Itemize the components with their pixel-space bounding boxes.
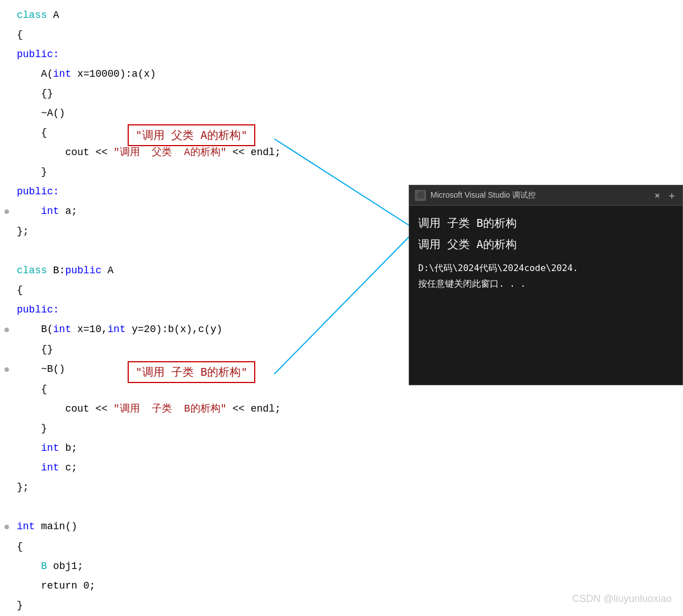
code-content-16: public:	[17, 300, 397, 320]
breakpoint-dot-27	[4, 525, 9, 529]
code-content-14: class B:public A	[17, 261, 397, 281]
code-line-1: class A	[0, 6, 403, 25]
code-line-22: }	[0, 419, 403, 438]
terminal-body: 调用 子类 B的析构 调用 父类 A的析构 D:\代码\2024代码\2024c…	[409, 206, 682, 385]
code-line-21: cout << "调用 子类 B的析构" << endl;	[0, 399, 403, 419]
code-content-15: {	[17, 281, 397, 300]
breakpoint-dot-19	[4, 367, 9, 372]
code-line-17: B(int x=10,int y=20):b(x),c(y)	[0, 320, 403, 340]
terminal-output-1: 调用 子类 B的析构	[418, 212, 673, 234]
code-line-4: A(int x=10000):a(x)	[0, 64, 403, 84]
code-content-18: {}	[17, 340, 397, 360]
code-content-12: };	[17, 222, 397, 241]
code-content-5: {}	[17, 84, 397, 104]
code-content-21: cout << "调用 子类 B的析构" << endl;	[17, 399, 397, 419]
code-content-24: int c;	[17, 458, 397, 478]
annotation-label-parent: "调用 父类 A的析构"	[135, 128, 247, 142]
code-content-3: public:	[17, 45, 397, 64]
annotation-box-parent: "调用 父类 A的析构"	[128, 124, 255, 146]
code-content-29: B obj1;	[17, 557, 397, 576]
terminal-title: Microsoft Visual Studio 调试控	[431, 190, 654, 200]
code-content-23: int b;	[17, 438, 397, 458]
code-content-4: A(int x=10000):a(x)	[17, 64, 397, 84]
code-content-6: ~A()	[17, 104, 397, 123]
code-line-29: B obj1;	[0, 557, 403, 576]
code-line-13	[0, 241, 403, 261]
gutter-27	[0, 517, 11, 537]
code-line-26	[0, 497, 403, 517]
code-line-11: int a;	[0, 202, 403, 222]
watermark: CSDN @liuyunluoxiao	[572, 593, 672, 605]
code-line-18: {}	[0, 340, 403, 360]
code-content-30: return 0;	[17, 576, 397, 596]
code-line-6: ~A()	[0, 104, 403, 123]
terminal-titlebar: ⬛ Microsoft Visual Studio 调试控 ✕ ＋	[409, 185, 682, 206]
terminal-close-button[interactable]: ✕	[654, 190, 660, 201]
breakpoint-dot-17	[4, 328, 9, 332]
code-line-27: int main()	[0, 517, 403, 537]
terminal-path: D:\代码\2024代码\2024code\2024.	[418, 260, 673, 276]
code-line-9: }	[0, 162, 403, 182]
code-content-22: }	[17, 419, 397, 438]
code-line-24: int c;	[0, 458, 403, 478]
code-line-25: };	[0, 478, 403, 497]
code-line-3: public:	[0, 45, 403, 64]
code-content-10: public:	[17, 182, 397, 202]
code-line-23: int b;	[0, 438, 403, 458]
terminal-output-2: 调用 父类 A的析构	[418, 234, 673, 255]
code-content-9: }	[17, 162, 397, 182]
code-content-1: class A	[17, 6, 397, 25]
code-line-31: }	[0, 596, 403, 615]
gutter-19	[0, 360, 11, 380]
code-content-17: B(int x=10,int y=20):b(x),c(y)	[17, 320, 397, 339]
terminal-plus-button[interactable]: ＋	[667, 189, 677, 202]
code-content-28: {	[17, 537, 397, 557]
code-line-10: public:	[0, 182, 403, 202]
code-content-11: int a;	[17, 202, 397, 221]
terminal-window: ⬛ Microsoft Visual Studio 调试控 ✕ ＋ 调用 子类 …	[409, 185, 683, 385]
gutter-17	[0, 320, 11, 340]
code-line-15: {	[0, 281, 403, 300]
code-line-5: {}	[0, 84, 403, 104]
code-line-28: {	[0, 537, 403, 557]
terminal-press: 按任意键关闭此窗口. . .	[418, 276, 673, 292]
gutter-11	[0, 202, 11, 222]
code-content-27: int main()	[17, 517, 397, 536]
code-area: class A { public: A(int x=10000):a(x) {}…	[0, 0, 403, 616]
code-content-2: {	[17, 25, 397, 45]
terminal-icon: ⬛	[415, 190, 426, 201]
code-content-31: }	[17, 596, 397, 615]
breakpoint-dot-11	[4, 209, 9, 214]
code-line-12: };	[0, 222, 403, 241]
code-content-25: };	[17, 478, 397, 497]
code-line-2: {	[0, 25, 403, 45]
annotation-label-child: "调用 子类 B的析构"	[135, 365, 247, 379]
code-line-30: return 0;	[0, 576, 403, 596]
annotation-box-child: "调用 子类 B的析构"	[128, 361, 255, 383]
code-line-14: class B:public A	[0, 261, 403, 281]
code-line-16: public:	[0, 300, 403, 320]
